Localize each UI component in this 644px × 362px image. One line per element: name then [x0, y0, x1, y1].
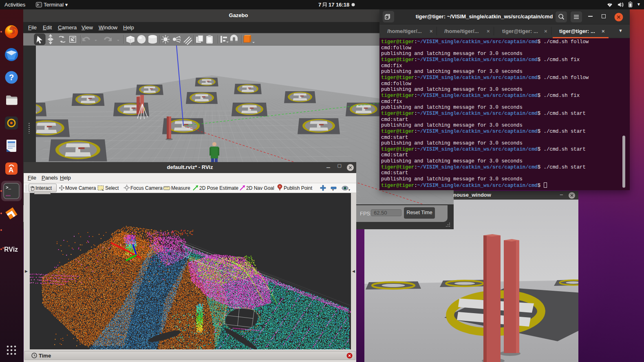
svg-text:A: A	[9, 166, 13, 174]
svg-text:RViz: RViz	[4, 246, 18, 253]
svg-text:?: ?	[609, 2, 611, 6]
svg-text:>_: >_	[6, 185, 11, 190]
svg-text:?: ?	[9, 73, 14, 82]
